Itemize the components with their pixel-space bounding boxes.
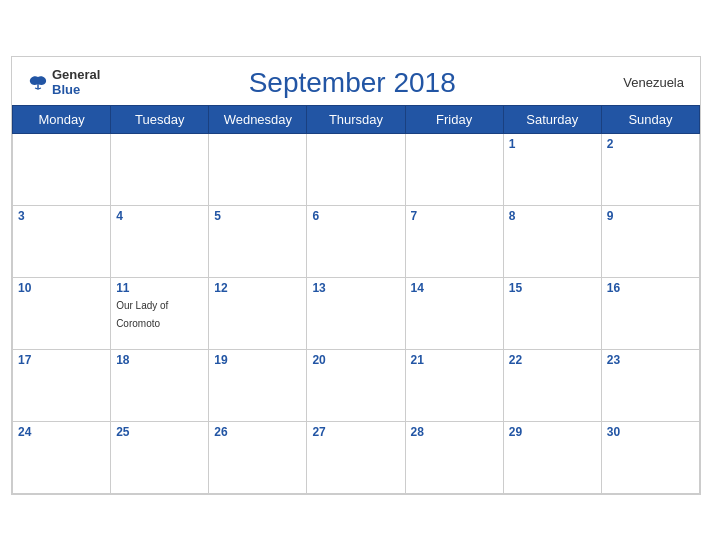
calendar-day-cell: 24 [13,421,111,493]
logo-general: General [52,68,100,82]
calendar-day-cell: 23 [601,349,699,421]
calendar-day-cell: 16 [601,277,699,349]
calendar-week-row: 3456789 [13,205,700,277]
day-number: 2 [607,137,694,151]
day-number: 24 [18,425,105,439]
weekday-header: Sunday [601,105,699,133]
weekday-header-row: MondayTuesdayWednesdayThursdayFridaySatu… [13,105,700,133]
calendar-day-cell: 18 [111,349,209,421]
calendar-header: General Blue September 2018 Venezuela [12,57,700,105]
weekday-header: Saturday [503,105,601,133]
day-number: 22 [509,353,596,367]
calendar-day-cell: 12 [209,277,307,349]
calendar-day-cell: 15 [503,277,601,349]
logo-blue: Blue [52,83,100,97]
calendar-day-cell: 29 [503,421,601,493]
calendar-day-cell: 9 [601,205,699,277]
calendar-day-cell: 17 [13,349,111,421]
weekday-header: Tuesday [111,105,209,133]
calendar-day-cell: 13 [307,277,405,349]
day-number: 15 [509,281,596,295]
day-number: 18 [116,353,203,367]
calendar-week-row: 24252627282930 [13,421,700,493]
calendar-day-cell: 20 [307,349,405,421]
day-number: 27 [312,425,399,439]
month-title: September 2018 [100,67,604,99]
event-label: Our Lady of Coromoto [116,300,168,329]
calendar-day-cell: 30 [601,421,699,493]
day-number: 17 [18,353,105,367]
calendar-day-cell: 3 [13,205,111,277]
calendar-day-cell [13,133,111,205]
calendar-day-cell: 25 [111,421,209,493]
day-number: 25 [116,425,203,439]
day-number: 10 [18,281,105,295]
calendar-day-cell: 2 [601,133,699,205]
day-number: 30 [607,425,694,439]
day-number: 3 [18,209,105,223]
day-number: 19 [214,353,301,367]
day-number: 5 [214,209,301,223]
calendar-week-row: 17181920212223 [13,349,700,421]
day-number: 14 [411,281,498,295]
calendar-day-cell [111,133,209,205]
calendar-container: General Blue September 2018 Venezuela Mo… [11,56,701,495]
calendar-day-cell: 22 [503,349,601,421]
calendar-day-cell: 4 [111,205,209,277]
calendar-day-cell [209,133,307,205]
day-number: 4 [116,209,203,223]
day-number: 6 [312,209,399,223]
calendar-day-cell: 19 [209,349,307,421]
calendar-day-cell: 6 [307,205,405,277]
day-number: 20 [312,353,399,367]
calendar-day-cell: 26 [209,421,307,493]
calendar-day-cell: 8 [503,205,601,277]
day-number: 12 [214,281,301,295]
calendar-day-cell: 11Our Lady of Coromoto [111,277,209,349]
day-number: 26 [214,425,301,439]
day-number: 16 [607,281,694,295]
day-number: 28 [411,425,498,439]
day-number: 23 [607,353,694,367]
calendar-day-cell: 10 [13,277,111,349]
calendar-day-cell: 1 [503,133,601,205]
calendar-day-cell: 28 [405,421,503,493]
day-number: 1 [509,137,596,151]
weekday-header: Wednesday [209,105,307,133]
calendar-week-row: 1011Our Lady of Coromoto1213141516 [13,277,700,349]
calendar-week-row: 12 [13,133,700,205]
weekday-header: Monday [13,105,111,133]
day-number: 8 [509,209,596,223]
calendar-day-cell: 21 [405,349,503,421]
calendar-day-cell [307,133,405,205]
day-number: 13 [312,281,399,295]
calendar-day-cell: 27 [307,421,405,493]
calendar-day-cell: 7 [405,205,503,277]
day-number: 9 [607,209,694,223]
day-number: 11 [116,281,203,295]
calendar-day-cell: 14 [405,277,503,349]
weekday-header: Friday [405,105,503,133]
day-number: 21 [411,353,498,367]
calendar-day-cell: 5 [209,205,307,277]
calendar-day-cell [405,133,503,205]
logo-area: General Blue [28,68,100,97]
day-number: 7 [411,209,498,223]
calendar-table: MondayTuesdayWednesdayThursdayFridaySatu… [12,105,700,494]
weekday-header: Thursday [307,105,405,133]
bird-icon [28,75,48,91]
country-label: Venezuela [604,75,684,90]
day-number: 29 [509,425,596,439]
